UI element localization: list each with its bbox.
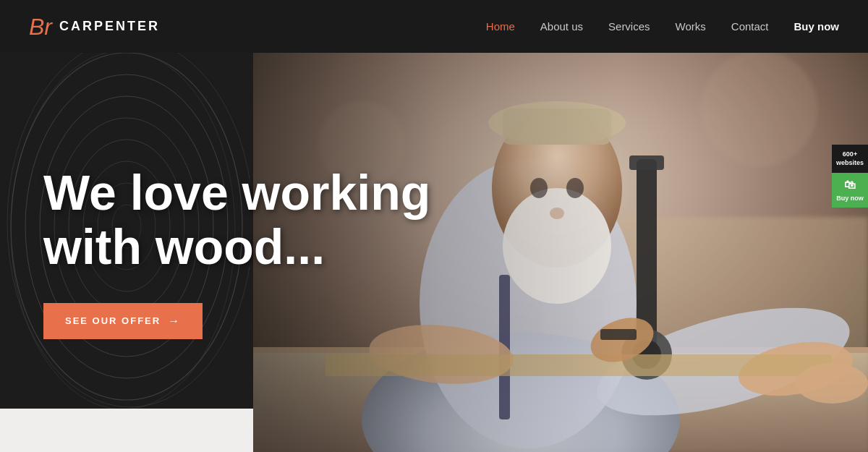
- badge-buynow[interactable]: 🛍 Buy now: [832, 173, 868, 208]
- main-container: Br CARPENTER Home About us Services Work…: [0, 0, 868, 452]
- nav-item-contact[interactable]: Contact: [731, 20, 769, 33]
- nav-link-contact[interactable]: Contact: [731, 20, 769, 33]
- nav-item-services[interactable]: Services: [608, 20, 650, 33]
- brand[interactable]: Br CARPENTER: [29, 15, 160, 38]
- shopping-bag-icon: 🛍: [844, 179, 856, 192]
- nav-link-about[interactable]: About us: [540, 20, 583, 33]
- brand-logo: Br: [29, 15, 52, 38]
- badge-buynow-label: Buy now: [836, 195, 864, 202]
- hero-content: We love working with wood... SEE OUR OFF…: [0, 53, 470, 452]
- nav-item-works[interactable]: Works: [676, 20, 706, 33]
- badge-count-number: 600+: [835, 150, 865, 159]
- brand-name: CARPENTER: [59, 19, 160, 34]
- nav-link-home[interactable]: Home: [486, 20, 515, 33]
- navbar-nav: Home About us Services Works Contact Buy…: [486, 20, 839, 33]
- badge-count-label: websites: [835, 159, 865, 168]
- side-badge: 600+ websites 🛍 Buy now: [832, 145, 868, 208]
- badge-count: 600+ websites: [832, 145, 868, 173]
- cta-arrow-icon: →: [168, 315, 181, 328]
- nav-link-works[interactable]: Works: [676, 20, 706, 33]
- cta-button[interactable]: SEE OUR OFFER →: [43, 303, 203, 339]
- nav-item-buynow[interactable]: Buy now: [794, 20, 840, 33]
- nav-item-home[interactable]: Home: [486, 20, 515, 33]
- cta-button-label: SEE OUR OFFER: [65, 315, 161, 326]
- hero-title: We love working with wood...: [43, 166, 448, 274]
- nav-link-services[interactable]: Services: [608, 20, 650, 33]
- navbar: Br CARPENTER Home About us Services Work…: [0, 0, 868, 53]
- nav-link-buynow[interactable]: Buy now: [794, 20, 840, 33]
- nav-item-about[interactable]: About us: [540, 20, 583, 33]
